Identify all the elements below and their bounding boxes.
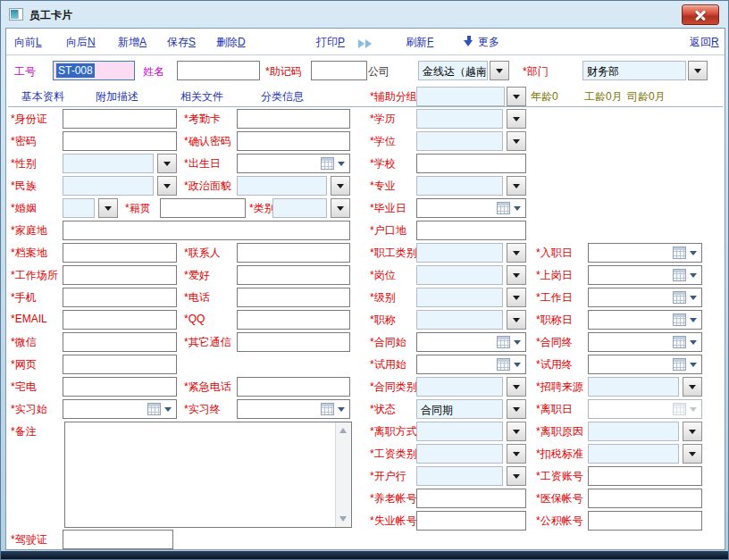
scroll-up-icon[interactable] [336,423,350,438]
aux-group-combo[interactable] [416,87,505,106]
graduation-date-date-picker[interactable] [416,198,526,218]
contract-type-dropdown-button[interactable] [507,377,526,397]
unemployment-account-input[interactable] [416,511,526,531]
tab-related-files[interactable]: 相关文件 [180,89,223,104]
ethnicity-dropdown-button[interactable] [157,176,177,196]
position-combo[interactable] [416,265,503,285]
contract-start-date-picker[interactable] [416,332,526,352]
education-dropdown-button[interactable] [507,109,526,129]
degree-dropdown-button[interactable] [507,131,526,151]
tab-category-info[interactable]: 分类信息 [261,89,304,104]
ethnicity-combo[interactable] [63,176,154,196]
native-place-input[interactable] [160,198,246,218]
scroll-down-icon[interactable] [336,512,350,526]
qq-input[interactable] [237,310,350,330]
workplace-input[interactable] [63,265,177,285]
archive-address-input[interactable] [63,243,177,263]
print-button[interactable]: 打印P [316,35,345,50]
aux-group-dropdown-button[interactable] [507,87,526,106]
medical-account-input[interactable] [588,489,702,508]
password-input[interactable] [63,131,177,151]
marriage-combo[interactable] [63,198,95,218]
resign-reason-dropdown-button[interactable] [683,422,702,441]
close-button[interactable] [682,4,719,25]
salary-type-combo[interactable] [416,444,503,464]
department-combo[interactable]: 财务部 [582,61,686,80]
school-input[interactable] [416,154,526,173]
home-phone-input[interactable] [63,377,177,397]
gender-combo[interactable] [63,154,154,173]
grade-dropdown-button[interactable] [507,288,526,307]
probation-end-date-picker[interactable] [588,355,702,374]
remark-textarea[interactable] [64,422,352,528]
grade-combo[interactable] [416,288,503,307]
salary-type-dropdown-button[interactable] [507,444,526,464]
more-button[interactable]: 更多 [478,35,499,50]
category-combo[interactable] [272,198,327,218]
job-title-combo[interactable] [416,310,503,330]
registered-address-input[interactable] [416,221,526,240]
attendance-card-input[interactable] [237,109,350,129]
driver-license-input[interactable] [63,530,173,549]
recruit-source-combo[interactable] [588,377,679,397]
bank-dropdown-button[interactable] [507,466,526,486]
probation-start-date-picker[interactable] [416,355,526,374]
refresh-button[interactable]: 刷新F [406,35,433,50]
tax-standard-combo[interactable] [588,444,679,464]
resign-method-combo[interactable] [416,422,503,441]
degree-combo[interactable] [416,131,503,151]
emergency-phone-input[interactable] [237,377,350,397]
delete-button[interactable]: 删除D [216,35,246,50]
hobby-input[interactable] [237,265,350,285]
intern-start-date-picker[interactable] [63,399,177,419]
political-status-combo[interactable] [237,176,327,196]
fast-forward-icon[interactable] [358,37,373,49]
save-button[interactable]: 保存S [167,35,196,50]
job-title-dropdown-button[interactable] [507,310,526,330]
major-combo[interactable] [416,176,503,196]
add-button[interactable]: 新增A [118,35,147,50]
work-date-date-picker[interactable] [588,288,702,307]
contact-person-input[interactable] [237,243,350,263]
mnemonic-input[interactable] [311,61,367,80]
resign-reason-combo[interactable] [588,422,679,441]
nav-next-button[interactable]: 向后N [66,35,96,50]
employee-type-dropdown-button[interactable] [507,243,526,263]
contract-end-date-picker[interactable] [588,332,702,352]
category-dropdown-button[interactable] [331,198,350,218]
political-status-dropdown-button[interactable] [331,176,350,196]
contract-type-combo[interactable] [416,377,503,397]
position-dropdown-button[interactable] [507,265,526,285]
pension-account-input[interactable] [416,489,526,508]
scrollbar[interactable] [335,422,351,527]
tab-extra-desc[interactable]: 附加描述 [96,89,138,104]
wechat-input[interactable] [63,332,177,352]
marriage-dropdown-button[interactable] [98,198,118,218]
status-combo[interactable]: 合同期 [416,399,503,419]
email-input[interactable] [63,310,177,330]
resign-method-dropdown-button[interactable] [507,422,526,441]
recruit-source-dropdown-button[interactable] [683,377,702,397]
home-address-input[interactable] [63,221,350,240]
confirm-password-input[interactable] [237,131,350,151]
mobile-input[interactable] [63,288,177,307]
emp-no-input[interactable]: ST-008 [53,61,135,80]
name-input[interactable] [177,61,260,80]
tab-basic-info[interactable]: 基本资料 [21,89,64,104]
id-card-input[interactable] [63,109,177,129]
fund-account-input[interactable] [588,511,702,531]
tax-standard-dropdown-button[interactable] [683,444,702,464]
gender-dropdown-button[interactable] [157,154,177,173]
salary-account-input[interactable] [588,466,702,486]
nav-prev-button[interactable]: 向前L [14,35,42,50]
department-dropdown-button[interactable] [688,61,708,80]
intern-end-date-picker[interactable] [237,399,350,419]
education-combo[interactable] [416,109,503,129]
webpage-input[interactable] [63,355,177,374]
back-button[interactable]: 返回R [690,35,719,50]
major-dropdown-button[interactable] [507,176,526,196]
company-dropdown-button[interactable] [490,61,509,80]
hire-date-date-picker[interactable] [588,243,702,263]
start-work-date-date-picker[interactable] [588,265,702,285]
birth-date-date-picker[interactable] [237,154,350,173]
